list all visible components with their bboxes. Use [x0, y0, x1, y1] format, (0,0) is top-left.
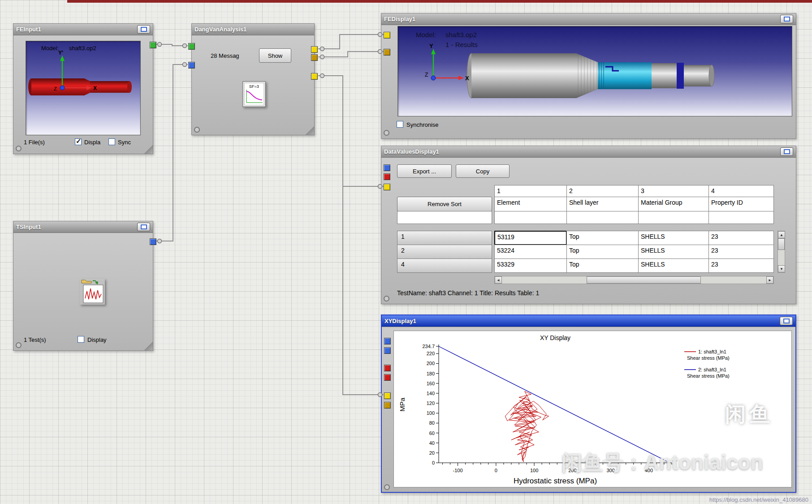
tsinput1-output-port-blue[interactable] — [150, 238, 156, 245]
xydisplay-input-port-blue2[interactable] — [384, 347, 391, 354]
synchronise-checkbox[interactable] — [397, 121, 403, 128]
fedisplay1-title: FEDisplay1 — [384, 16, 415, 22]
hscroll-thumb[interactable] — [587, 276, 701, 284]
cell-material-group[interactable]: SHELLS — [638, 231, 709, 245]
show-messages-button[interactable]: Show — [259, 48, 291, 63]
export-button[interactable]: Export ... — [397, 164, 452, 178]
datavalues-input-port-yellow[interactable] — [384, 184, 390, 190]
resize-grip[interactable] — [143, 340, 153, 350]
xydisplay-input-port-gold[interactable] — [384, 402, 391, 409]
shaft-model-red — [28, 78, 132, 95]
copy-button[interactable]: Copy — [456, 164, 510, 178]
dangvan-output-port-yellow2[interactable] — [311, 73, 318, 80]
timeseries-file-icon[interactable] — [80, 279, 105, 305]
tsinput1-titlebar[interactable]: TSInput1 — [13, 221, 153, 233]
fedisplay1-titlebar[interactable]: FEDisplay1 — [381, 13, 796, 25]
xydisplay-titlebar[interactable]: XYDisplay1 — [382, 315, 795, 327]
feinput1-titlebar[interactable]: FEInput1 — [13, 24, 153, 35]
scroll-down-icon[interactable]: ▼ — [778, 265, 785, 272]
fedisplay1-input-port-gold[interactable] — [384, 49, 390, 56]
vscroll-thumb[interactable] — [778, 238, 785, 250]
restore-icon — [141, 27, 147, 32]
sync-checkbox[interactable] — [108, 138, 115, 145]
node-connector-dot — [16, 342, 22, 348]
xydisplay-restore-button[interactable] — [780, 317, 793, 325]
dangvan-titlebar[interactable]: DangVanAnalysis1 — [192, 24, 314, 35]
horizontal-scrollbar[interactable]: ◄ ► — [494, 276, 774, 284]
resize-grip[interactable] — [304, 125, 314, 135]
row-header[interactable]: 4 — [397, 258, 492, 273]
filter-cell[interactable] — [397, 211, 492, 224]
column-header-element[interactable]: Element — [494, 197, 567, 211]
svg-text:Shear stress (MPa): Shear stress (MPa) — [687, 355, 730, 361]
filter-cell[interactable] — [494, 211, 567, 224]
scroll-up-icon[interactable]: ▲ — [778, 231, 785, 238]
svg-text:0: 0 — [495, 468, 497, 473]
column-number-2[interactable]: 2 — [566, 185, 639, 197]
fedisplay1-3d-scene: Y X Z — [398, 26, 792, 116]
datavalues-input-port-red[interactable] — [384, 173, 390, 180]
xydisplay-input-port-red1[interactable] — [384, 365, 391, 371]
row-header[interactable]: 2 — [397, 245, 492, 259]
restore-icon — [784, 17, 790, 22]
xydisplay-input-port-red2[interactable] — [384, 374, 391, 381]
column-number-1[interactable]: 1 — [494, 185, 567, 197]
dangvan-input-port-green[interactable] — [188, 43, 195, 50]
feinput1-output-port-green[interactable] — [150, 42, 156, 48]
datavalues-input-port-blue[interactable] — [384, 164, 390, 171]
feinput1-3d-viewport[interactable]: Model: shaft3.op2 Y' — [26, 41, 141, 135]
cell-property-id[interactable]: 23 — [708, 258, 774, 273]
dangvan-output-port-yellow[interactable] — [311, 46, 318, 53]
model-label: Model: — [416, 31, 436, 39]
cell-shell-layer[interactable]: Top — [566, 231, 639, 245]
node-connector-dot — [16, 146, 22, 151]
tsinput1-restore-button[interactable] — [137, 223, 150, 231]
column-header-material-group[interactable]: Material Group — [638, 197, 709, 211]
results-label: 1 - Results — [445, 41, 478, 48]
node-connector-dot — [384, 296, 389, 302]
datavalues-restore-button[interactable] — [780, 147, 793, 156]
filter-cell[interactable] — [566, 211, 639, 224]
messages-label: 28 Messag — [211, 52, 257, 59]
cell-element[interactable]: 53119 — [494, 231, 567, 245]
y-axis-label: Y' — [58, 50, 63, 56]
feinput1-restore-button[interactable] — [137, 25, 150, 34]
column-number-3[interactable]: 3 — [638, 185, 709, 197]
fedisplay1-3d-viewport[interactable]: Model: shaft3.op2 1 - Results — [397, 26, 792, 116]
watermark-logo: 闲鱼 — [713, 394, 785, 435]
filter-cell[interactable] — [708, 211, 774, 224]
xydisplay-input-port-yellow[interactable] — [384, 392, 391, 399]
vertical-scrollbar[interactable]: ▲ ▼ — [777, 231, 785, 273]
row-header[interactable]: 1 — [397, 231, 492, 245]
z-axis-label: Z — [54, 86, 57, 91]
cell-shell-layer[interactable]: Top — [566, 245, 639, 259]
model-value: shaft3.op2 — [69, 45, 96, 52]
display-checkbox[interactable] — [75, 138, 82, 145]
column-header-shell-layer[interactable]: Shell layer — [566, 197, 639, 211]
node-feinput1: FEInput1 Model: shaft3.op2 — [13, 23, 153, 154]
resize-grip[interactable] — [143, 144, 153, 154]
file-count-label: 1 File(s) — [24, 139, 45, 146]
dangvan-output-port-gold[interactable] — [311, 54, 318, 61]
display-checkbox[interactable] — [78, 336, 84, 343]
cell-material-group[interactable]: SHELLS — [638, 245, 709, 259]
scroll-left-icon[interactable]: ◄ — [495, 276, 502, 284]
cell-property-id[interactable]: 23 — [708, 231, 774, 245]
column-header-property-id[interactable]: Property ID — [708, 197, 774, 211]
sn-curve-icon[interactable]: SF=3 — [242, 81, 266, 107]
cell-property-id[interactable]: 23 — [708, 245, 774, 259]
column-number-4[interactable]: 4 — [708, 185, 774, 197]
fedisplay1-input-port-yellow[interactable] — [384, 32, 390, 39]
xydisplay-input-port-blue1[interactable] — [384, 338, 391, 345]
cell-element[interactable]: 53224 — [494, 245, 567, 259]
synchronise-label: Synchronise — [406, 121, 439, 128]
scroll-right-icon[interactable]: ► — [766, 276, 773, 284]
cell-material-group[interactable]: SHELLS — [638, 258, 709, 273]
cell-element[interactable]: 53329 — [494, 258, 567, 273]
fedisplay1-restore-button[interactable] — [780, 15, 793, 23]
cell-shell-layer[interactable]: Top — [566, 258, 639, 273]
dangvan-input-port-blue[interactable] — [188, 62, 195, 69]
remove-sort-button[interactable]: Remove Sort — [397, 197, 492, 211]
datavalues-titlebar[interactable]: DataValuesDisplay1 — [381, 146, 796, 158]
filter-cell[interactable] — [638, 211, 709, 224]
